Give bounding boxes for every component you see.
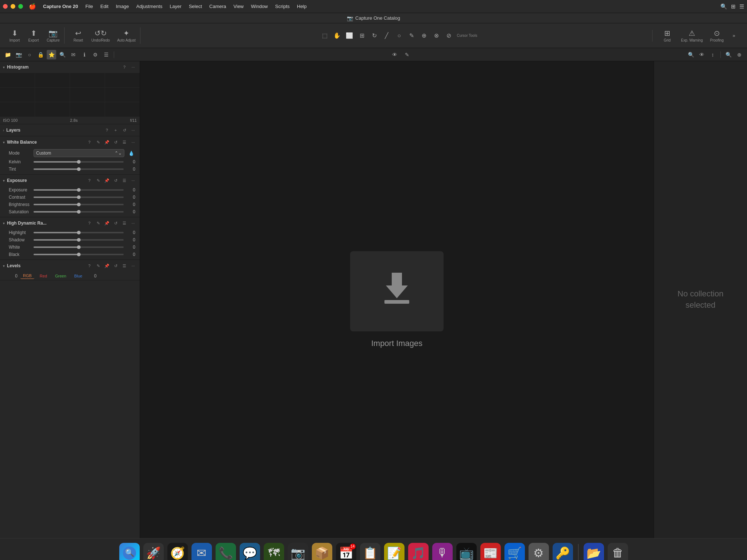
levels-more[interactable]: ··· [129, 262, 137, 269]
rotate-tool[interactable]: ↻ [368, 30, 380, 42]
exposure-reset[interactable]: ↺ [112, 177, 119, 184]
browse-tool[interactable]: 📁 [3, 50, 12, 59]
filter-tool[interactable]: 🔒 [36, 50, 45, 59]
levels-rgb-btn[interactable]: RGB [20, 273, 34, 279]
wb-reset[interactable]: ↺ [112, 139, 119, 146]
dock-facetime[interactable]: 📞 [216, 543, 236, 560]
levels-pin[interactable]: 📌 [103, 262, 111, 269]
layers-reset[interactable]: ↺ [121, 127, 128, 134]
layers-header[interactable]: › Layers ? + ↺ ··· [0, 124, 140, 136]
transform-tool[interactable]: ⬜ [344, 30, 355, 42]
menubar-layer[interactable]: Layer [166, 3, 185, 10]
white-balance-header[interactable]: ▾ White Balance ? ✎ 📌 ↺ ☰ ··· [0, 136, 140, 148]
dock-1password[interactable]: 🔑 [553, 543, 573, 560]
black-slider[interactable] [34, 254, 124, 255]
dock-safari[interactable]: 🧭 [167, 543, 188, 560]
histogram-help[interactable]: ? [121, 63, 128, 71]
dock-messages[interactable]: 💬 [240, 543, 260, 560]
auto-adjust-button[interactable]: ✦ Auto Adjust [114, 27, 139, 44]
exposure-more[interactable]: ··· [129, 177, 137, 184]
layers-help[interactable]: ? [103, 127, 111, 134]
menubar-help[interactable]: Help [294, 3, 310, 10]
crop-tool[interactable]: ⊞ [356, 30, 368, 42]
left-panel-scroll[interactable]: ▾ Histogram ? ··· [0, 61, 140, 538]
dock-music[interactable]: 🎵 [408, 543, 429, 560]
edit-mode-btn[interactable]: ✎ [402, 50, 412, 59]
hdr-header[interactable]: ▾ High Dynamic Ra... ? ✎ 📌 ↺ ☰ ··· [0, 217, 140, 229]
clone-tool[interactable]: ⊕ [418, 30, 430, 42]
exp-warning-button[interactable]: ⚠ Exp. Warning [678, 27, 706, 44]
levels-header[interactable]: ▾ Levels ? ✎ 📌 ↺ ☰ ··· [0, 260, 140, 272]
info-tool[interactable]: ℹ [80, 50, 89, 59]
hdr-list[interactable]: ☰ [121, 219, 128, 227]
dock-scripts-editor[interactable]: 📋 [360, 543, 380, 560]
layers-more[interactable]: ··· [129, 127, 137, 134]
dock-notes[interactable]: 📝 [384, 543, 405, 560]
wb-mode-select[interactable]: Custom ⌃⌄ [34, 149, 124, 157]
menubar-view[interactable]: View [230, 3, 247, 10]
metadata-tool[interactable]: ✉ [69, 50, 78, 59]
settings-tool[interactable]: ⚙ [90, 50, 100, 59]
search-catalog-btn[interactable]: 🔍 [724, 50, 733, 59]
line-tool[interactable]: ╱ [381, 30, 392, 42]
menubar-control-center-icon[interactable]: ⊞ [731, 3, 736, 10]
levels-green-btn[interactable]: Green [53, 273, 69, 279]
exposure-slider[interactable] [34, 189, 124, 191]
saturation-slider[interactable] [34, 211, 124, 213]
wb-pin[interactable]: 📌 [103, 139, 111, 146]
heal-tool[interactable]: ⊗ [430, 30, 442, 42]
menubar-file[interactable]: File [82, 3, 96, 10]
dock-launchpad[interactable]: 🚀 [143, 543, 164, 560]
dock-mail[interactable]: ✉ [191, 543, 212, 560]
viewer-mode-btn[interactable]: 👁 [390, 50, 399, 59]
highlight-slider[interactable] [34, 232, 124, 233]
exposure-edit[interactable]: ✎ [94, 177, 102, 184]
menubar-menu-icon[interactable]: ☰ [739, 3, 744, 10]
import-drop-zone[interactable] [350, 251, 444, 331]
menubar-app-name[interactable]: Capture One 20 [40, 3, 81, 10]
wb-eyedropper[interactable]: 💧 [127, 149, 135, 157]
brightness-slider[interactable] [34, 204, 124, 205]
viewer-right-btn[interactable]: 👁 [697, 50, 707, 59]
erase-tool[interactable]: ⊘ [443, 30, 454, 42]
capture-button[interactable]: 📷 Capture [44, 27, 63, 44]
wb-list[interactable]: ☰ [121, 139, 128, 146]
menubar-edit[interactable]: Edit [97, 3, 112, 10]
shadow-slider[interactable] [34, 239, 124, 241]
exposure-help[interactable]: ? [86, 177, 93, 184]
dock-news[interactable]: 📰 [480, 543, 501, 560]
color-tool[interactable]: ⭐ [47, 50, 56, 59]
reset-button[interactable]: ↩ Reset [70, 27, 87, 44]
hdr-reset[interactable]: ↺ [112, 219, 119, 227]
menubar-search-icon[interactable]: 🔍 [720, 3, 727, 10]
search-right-btn[interactable]: 🔍 [686, 50, 696, 59]
export-button[interactable]: ⬆ Export [25, 27, 42, 44]
dock-files[interactable]: 📂 [584, 543, 604, 560]
dock-appletv[interactable]: 📺 [456, 543, 477, 560]
dock-podcasts[interactable]: 🎙 [432, 543, 453, 560]
hdr-pin[interactable]: 📌 [103, 219, 111, 227]
pan-tool[interactable]: ✋ [331, 30, 343, 42]
menubar-image[interactable]: Image [112, 3, 132, 10]
grid-button[interactable]: ⊞ Grid [658, 27, 677, 44]
pen-tool[interactable]: ✎ [406, 30, 417, 42]
white-slider[interactable] [34, 246, 124, 248]
capture-tethering-tool[interactable]: 📷 [14, 50, 23, 59]
close-button[interactable] [3, 4, 8, 9]
exposure-header[interactable]: ▾ Exposure ? ✎ 📌 ↺ ☰ ··· [0, 175, 140, 186]
import-button[interactable]: ⬇ Import [6, 27, 23, 44]
levels-blue-btn[interactable]: Blue [72, 273, 85, 279]
levels-red-btn[interactable]: Red [37, 273, 50, 279]
dock-finder[interactable]: 🔍 [119, 543, 140, 560]
levels-list[interactable]: ☰ [121, 262, 128, 269]
histogram-header[interactable]: ▾ Histogram ? ··· [0, 61, 140, 73]
process-tool[interactable]: ☰ [101, 50, 111, 59]
search-tool[interactable]: 🔍 [58, 50, 67, 59]
select-tool[interactable]: ⬚ [319, 30, 330, 42]
histogram-more[interactable]: ··· [129, 63, 137, 71]
more-tools-button[interactable]: » [728, 30, 740, 42]
menubar-adjustments[interactable]: Adjustments [133, 3, 166, 10]
menubar-camera[interactable]: Camera [206, 3, 229, 10]
menubar-scripts[interactable]: Scripts [272, 3, 293, 10]
dock-maps[interactable]: 🗺 [264, 543, 284, 560]
